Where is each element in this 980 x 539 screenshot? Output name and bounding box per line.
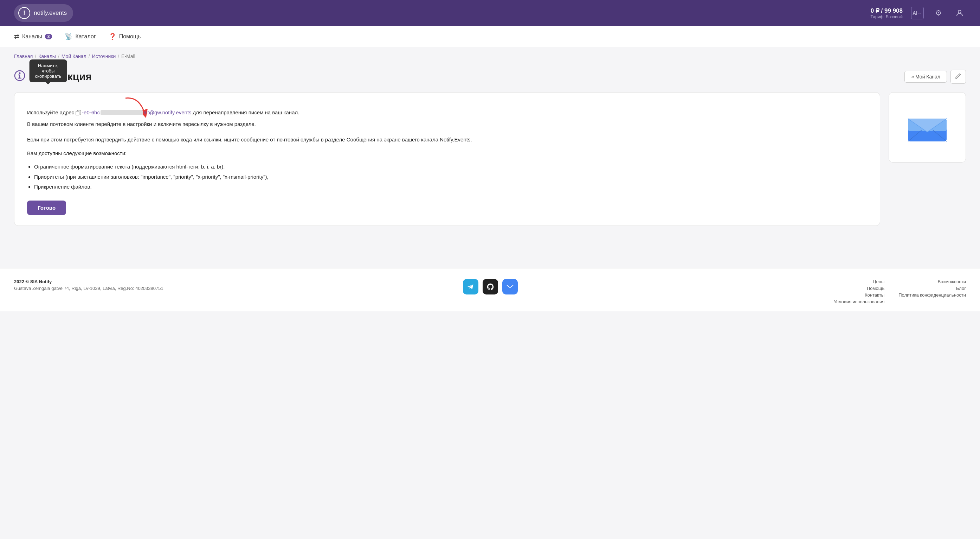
header-balance: 0 ₽ / 99 908 Тариф: Базовый <box>870 7 903 19</box>
breadcrumb-home[interactable]: Главная <box>14 53 33 59</box>
page-title-text: Инструкция <box>30 71 92 83</box>
breadcrumb-sources[interactable]: Источники <box>92 53 116 59</box>
breadcrumb-channels[interactable]: Каналы <box>38 53 56 59</box>
footer-copyright: 2022 © SIA Notify <box>14 279 164 284</box>
page-header: Инструкция « Мой Канал <box>14 70 966 84</box>
email-illustration <box>889 92 966 163</box>
breadcrumb-sep-2: / <box>58 53 59 59</box>
footer-address: Gustava Zemgala gatve 74, Riga, LV-1039,… <box>14 286 164 291</box>
logo-text: notify.events <box>34 10 67 16</box>
features-title: Вам доступны следующие возможности: <box>27 150 867 156</box>
breadcrumb-current: E-Mail <box>121 53 135 59</box>
nav-help[interactable]: ❓ Помощь <box>109 30 141 43</box>
help-label: Помощь <box>119 33 141 40</box>
copy-icon <box>76 110 81 115</box>
svg-point-0 <box>958 10 961 13</box>
instruction-line3: Если при этом потребуется подтвердить де… <box>27 135 867 144</box>
svg-rect-4 <box>76 111 79 115</box>
header-right: 0 ₽ / 99 908 Тариф: Базовый AI↔ ⚙ <box>870 7 966 19</box>
channels-label: Каналы <box>22 33 42 40</box>
telegram-button[interactable] <box>463 279 479 295</box>
main-nav: ⇄ Каналы 3 📡 Каталог ❓ Помощь <box>0 26 980 47</box>
email-prefix: -e0-6hc <box>82 109 100 115</box>
balance-amount: 0 ₽ / 99 908 <box>870 7 903 14</box>
footer-link-prices[interactable]: Цены <box>817 279 885 284</box>
breadcrumb-sep-1: / <box>35 53 36 59</box>
github-button[interactable] <box>483 279 498 295</box>
channels-badge: 3 <box>45 34 52 40</box>
feature-item-3: Прикрепление файлов. <box>34 182 867 192</box>
email-icon-svg <box>906 112 948 143</box>
breadcrumb-my-channel[interactable]: Мой Канал <box>62 53 86 59</box>
logo[interactable]: ! notify.events <box>14 4 73 22</box>
page-header-actions: « Мой Канал <box>904 70 966 84</box>
footer-link-terms[interactable]: Условия использования <box>817 299 885 305</box>
content-area: Нажмите, чтобы скопировать <box>14 92 966 226</box>
back-button[interactable]: « Мой Канал <box>904 71 947 83</box>
footer-right: Цены Возможности Помощь Блог Контакты По… <box>817 279 966 305</box>
edit-button[interactable] <box>950 70 966 84</box>
breadcrumb: Главная / Каналы / Мой Канал / Источники… <box>0 47 980 63</box>
footer-link-contacts[interactable]: Контакты <box>817 292 885 298</box>
help-icon: ❓ <box>109 33 116 40</box>
footer-link-help[interactable]: Помощь <box>817 286 885 291</box>
nav-catalog[interactable]: 📡 Каталог <box>65 30 95 43</box>
ai-icon-button[interactable]: AI↔ <box>911 7 924 19</box>
breadcrumb-sep-3: / <box>89 53 90 59</box>
channels-icon: ⇄ <box>14 33 19 40</box>
nav-channels[interactable]: ⇄ Каналы 3 <box>14 30 52 43</box>
logo-icon: ! <box>18 7 30 19</box>
done-button[interactable]: Готово <box>27 201 66 215</box>
mail-social-button[interactable] <box>502 279 518 295</box>
footer-link-privacy[interactable]: Политика конфиденциальности <box>899 292 966 298</box>
email-blurred <box>100 110 143 115</box>
site-footer: 2022 © SIA Notify Gustava Zemgala gatve … <box>0 268 980 311</box>
line1-prefix: Используйте адрес <box>27 109 74 115</box>
footer-social <box>463 279 518 295</box>
instruction-line2: В вашем почтовом клиенте перейдите в нас… <box>27 120 867 129</box>
line1-suffix: для перенаправления писем на ваш канал. <box>193 109 299 115</box>
catalog-label: Каталог <box>75 33 95 40</box>
main-content: Инструкция « Мой Канал Нажмите, чтобы ск… <box>0 63 980 240</box>
email-suffix: 6it@gw.notify.events <box>143 109 192 115</box>
catalog-icon: 📡 <box>65 33 72 40</box>
user-button[interactable] <box>953 7 966 19</box>
page-title: Инструкция <box>14 70 92 84</box>
svg-point-2 <box>19 72 21 74</box>
copy-email-wrapper[interactable]: -e0-6hc 6it@gw.notify.events <box>76 109 192 115</box>
footer-link-blog[interactable]: Блог <box>899 286 966 291</box>
feature-item-1: Ограниченное форматирование текста (подд… <box>34 162 867 172</box>
footer-left: 2022 © SIA Notify Gustava Zemgala gatve … <box>14 279 164 291</box>
features-list: Ограниченное форматирование текста (подд… <box>34 162 867 192</box>
instruction-card: Нажмите, чтобы скопировать <box>14 92 880 226</box>
breadcrumb-sep-4: / <box>118 53 119 59</box>
tariff-label: Тариф: Базовый <box>870 14 903 19</box>
settings-button[interactable]: ⚙ <box>932 7 945 19</box>
feature-item-2: Приоритеты (при выставлении заголовков: … <box>34 172 867 182</box>
footer-link-features[interactable]: Возможности <box>899 279 966 284</box>
footer-inner: 2022 © SIA Notify Gustava Zemgala gatve … <box>14 279 966 305</box>
svg-rect-7 <box>506 284 513 289</box>
email-address-line: Используйте адрес -e0-6hc 6it@gw.notify.… <box>27 109 867 115</box>
site-header: ! notify.events 0 ₽ / 99 908 Тариф: Базо… <box>0 0 980 26</box>
instruction-icon <box>14 70 25 84</box>
